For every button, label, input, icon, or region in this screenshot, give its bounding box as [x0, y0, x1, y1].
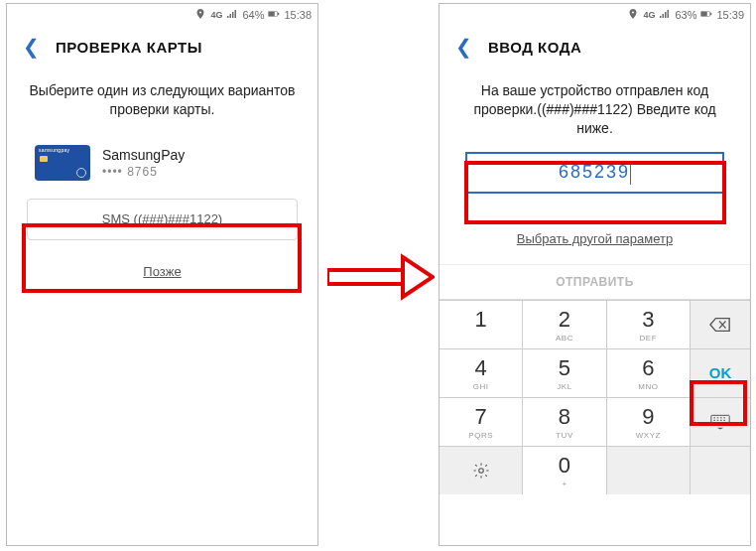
key-5[interactable]: 5JKL	[523, 349, 605, 397]
code-value: 685239	[559, 162, 630, 183]
location-icon	[627, 8, 639, 22]
battery-icon	[700, 8, 712, 22]
key-backspace[interactable]	[691, 301, 750, 348]
key-9[interactable]: 9WXYZ	[607, 398, 690, 446]
key-3[interactable]: 3DEF	[607, 301, 690, 348]
card-name: SamsungPay	[102, 147, 185, 163]
send-button[interactable]: ОТПРАВИТЬ	[440, 264, 750, 300]
signal-icon	[659, 8, 671, 22]
svg-rect-5	[701, 12, 707, 16]
text-cursor	[630, 161, 631, 185]
clock-time: 15:39	[716, 9, 744, 21]
svg-rect-1	[278, 13, 279, 15]
back-icon[interactable]: ❮	[23, 37, 40, 57]
sms-button-label: SMS ((###)###1122)	[102, 211, 222, 226]
battery-percent: 63%	[675, 9, 696, 21]
app-header: ❮ ПРОВЕРКА КАРТЫ	[7, 26, 317, 68]
key-6[interactable]: 6MNO	[607, 349, 690, 397]
svg-point-7	[478, 468, 483, 473]
key-ok[interactable]: OK	[691, 349, 750, 397]
key-4[interactable]: 4GHI	[440, 349, 522, 397]
key-2[interactable]: 2ABC	[523, 301, 605, 348]
instruction-text: На ваше устройство отправлен код проверк…	[440, 68, 750, 144]
signal-icon	[226, 8, 238, 22]
svg-rect-2	[269, 12, 275, 16]
choose-other-param-link[interactable]: Выбрать другой параметр	[440, 231, 750, 246]
network-4g-icon: 4G	[210, 10, 222, 20]
card-meta: SamsungPay •••• 8765	[102, 147, 185, 179]
header-title: ВВОД КОДА	[488, 39, 581, 56]
clock-time: 15:38	[284, 9, 312, 21]
app-header: ❮ ВВОД КОДА	[440, 26, 750, 68]
code-input[interactable]: 685239	[465, 152, 724, 194]
location-icon	[194, 8, 206, 22]
key-1[interactable]: 1	[440, 301, 522, 348]
numeric-keypad: 1 2ABC 3DEF 4GHI 5JKL 6MNO OK 7PQRS 8TUV…	[440, 300, 750, 494]
status-bar: 4G 64% 15:38	[7, 4, 317, 26]
phone-screen-verify-card: 4G 64% 15:38 ❮ ПРОВЕРКА КАРТЫ Выберите о…	[6, 3, 318, 546]
header-title: ПРОВЕРКА КАРТЫ	[56, 39, 202, 56]
later-link[interactable]: Позже	[7, 264, 317, 279]
key-empty	[607, 447, 690, 494]
svg-rect-8	[327, 270, 403, 284]
network-4g-icon: 4G	[643, 10, 655, 20]
key-hide-keyboard[interactable]	[691, 398, 750, 446]
back-icon[interactable]: ❮	[455, 37, 472, 57]
key-7[interactable]: 7PQRS	[440, 398, 522, 446]
key-8[interactable]: 8TUV	[523, 398, 605, 446]
key-empty2	[691, 447, 750, 494]
card-mask: •••• 8765	[102, 165, 185, 179]
svg-marker-9	[403, 257, 433, 297]
battery-icon	[268, 8, 280, 22]
key-settings[interactable]	[440, 447, 522, 494]
svg-rect-4	[710, 13, 711, 15]
sms-verify-button[interactable]: SMS ((###)###1122)	[27, 199, 298, 240]
card-thumbnail-icon: samsungpay	[35, 145, 90, 181]
flow-arrow-icon	[327, 252, 435, 302]
status-bar: 4G 63% 15:39	[440, 4, 750, 26]
card-row: samsungpay SamsungPay •••• 8765	[7, 125, 317, 191]
battery-percent: 64%	[242, 9, 264, 21]
phone-screen-enter-code: 4G 63% 15:39 ❮ ВВОД КОДА На ваше устройс…	[439, 3, 751, 546]
instruction-text: Выберите один из следующих вариантов про…	[7, 68, 317, 125]
key-0[interactable]: 0+	[523, 447, 605, 494]
